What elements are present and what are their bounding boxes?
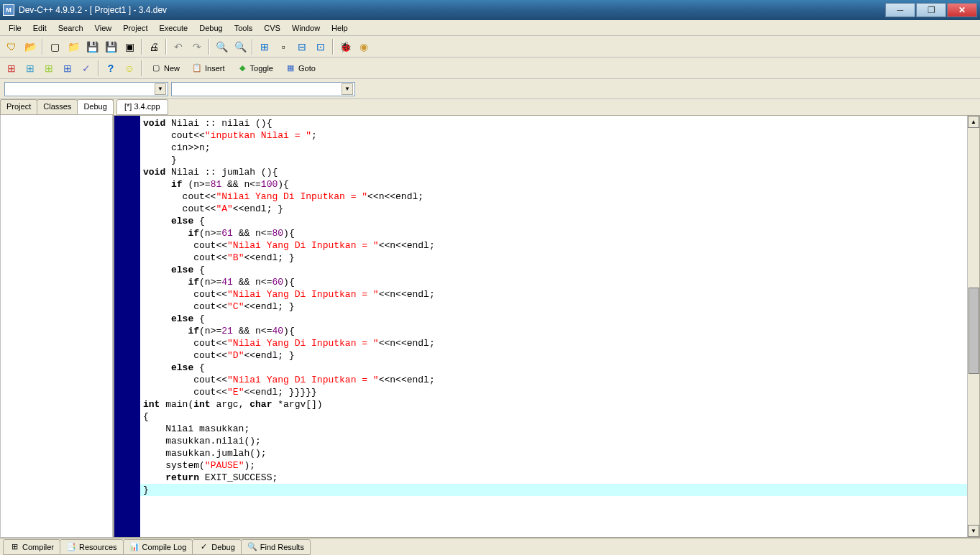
folder-icon[interactable]: 📂 [22,38,39,55]
menu-help[interactable]: Help [326,22,354,35]
code-line: cout<<"Nilai Yang Di Inputkan = "<<n<<en… [140,239,967,252]
close-button[interactable]: ✕ [947,3,977,17]
code-line: cout<<"Nilai Yang Di Inputkan = "<<n<<en… [140,191,967,203]
status-tab-compile-log[interactable]: 📊Compile Log [123,539,193,555]
code-line: system("PAUSE"); [140,459,967,472]
find-next-icon[interactable]: 🔍 [232,38,249,55]
sidebar-tabs: ProjectClassesDebug [0,99,113,115]
code-line: masukkan.jumlah(); [140,447,967,459]
code-line: if (n>=81 && n<=100){ [140,178,967,191]
combo-left[interactable]: ▼ [4,82,168,96]
status-tabs: ⊞Compiler📑Resources📊Compile Log✓Debug🔍Fi… [0,538,980,555]
insert-button[interactable]: 📋Insert [186,60,230,76]
run-icon[interactable]: ▫ [275,38,292,55]
code-line: void Nilai :: jumlah (){ [140,166,967,178]
status-tab-find-results[interactable]: 🔍Find Results [241,539,311,555]
scroll-down-icon[interactable]: ▼ [968,525,979,537]
redo-icon[interactable]: ↷ [188,38,206,55]
status-tab-compiler[interactable]: ⊞Compiler [3,539,60,555]
menu-execute[interactable]: Execute [153,22,193,35]
status-tab-debug[interactable]: ✓Debug [192,539,241,555]
debug-icon[interactable]: 🐞 [336,38,354,55]
code-line: else { [140,264,967,276]
undo-icon[interactable]: ↶ [170,38,187,55]
close-file-icon[interactable]: ▣ [121,38,138,55]
code-line: cout<<"Nilai Yang Di Inputkan = "<<n<<en… [140,374,967,386]
grid3-icon[interactable]: ⊞ [40,60,58,77]
open-icon[interactable]: 📁 [65,38,82,55]
debug-icon: ✓ [198,542,209,552]
grid2-icon[interactable]: ⊞ [22,60,39,77]
menu-file[interactable]: File [3,22,27,35]
separator [98,60,99,76]
line-gutter [114,116,140,537]
menu-search[interactable]: Search [52,22,89,35]
sidebar-tab-classes[interactable]: Classes [37,99,78,114]
separator [332,39,334,55]
menu-window[interactable]: Window [286,22,326,35]
code-line: Nilai masukkan; [140,423,967,435]
status-tab-label: Find Results [260,543,304,551]
code-line: { [140,410,967,423]
grid4-icon[interactable]: ⊞ [59,60,76,77]
sidebar-tab-debug[interactable]: Debug [77,99,113,114]
goto-button[interactable]: ▦Goto [280,60,321,76]
menu-bar: FileEditSearchViewProjectExecuteDebugToo… [0,20,980,36]
code-line: masukkan.nilai(); [140,435,967,447]
menu-view[interactable]: View [89,22,118,35]
menu-edit[interactable]: Edit [27,22,52,35]
profile-icon[interactable]: ◉ [355,38,372,55]
window-controls: ─ ❐ ✕ [885,3,977,17]
sidebar-tab-project[interactable]: Project [0,99,37,114]
new-button[interactable]: ▢New [145,60,185,76]
menu-debug[interactable]: Debug [193,22,228,35]
combo-right[interactable]: ▼ [171,82,355,96]
code-line: cout<<"inputkan Nilai = "; [140,129,967,142]
sidebar: ProjectClassesDebug [0,99,114,538]
code-editor[interactable]: void Nilai :: nilai (){ cout<<"inputkan … [140,116,967,537]
sidebar-body [0,115,113,538]
menu-project[interactable]: Project [117,22,153,35]
menu-tools[interactable]: Tools [229,22,259,35]
check-icon[interactable]: ✓ [78,60,95,77]
compile-icon[interactable]: ⊞ [256,38,273,55]
code-line: cout<<"D"<<endl; } [140,349,967,362]
maximize-button[interactable]: ❐ [916,3,946,17]
save-all-icon[interactable]: 💾 [102,38,119,55]
compiler-icon: ⊞ [9,542,19,552]
resources-icon: 📑 [66,542,76,552]
code-line: cout<<"C"<<endl; } [140,301,967,313]
editor-area: [*] 3.4.cpp void Nilai :: nilai (){ cout… [114,99,980,538]
code-line: cout<<"Nilai Yang Di Inputkan = "<<n<<en… [140,337,967,349]
code-line: int main(int argc, char *argv[]) [140,398,967,410]
save-icon[interactable]: 💾 [83,38,101,55]
code-line: else { [140,362,967,374]
status-tab-resources[interactable]: 📑Resources [60,539,124,555]
scroll-up-icon[interactable]: ▲ [968,116,979,128]
separator [42,39,43,55]
status-tab-label: Debug [211,543,234,551]
minimize-button[interactable]: ─ [885,3,915,17]
separator [252,39,253,55]
scroll-thumb[interactable] [968,288,979,374]
compile-run-icon[interactable]: ⊟ [293,38,311,55]
new-file-icon[interactable]: ▢ [46,38,63,55]
grid1-icon[interactable]: ⊞ [3,60,20,77]
code-line: cout<<"E"<<endl; }}}}} [140,386,967,398]
toggle-button[interactable]: ◆Toggle [232,60,278,76]
editor-tab[interactable]: [*] 3.4.cpp [116,99,168,115]
status-tab-label: Compiler [22,543,54,551]
rebuild-icon[interactable]: ⊡ [312,38,329,55]
title-bar: M Dev-C++ 4.9.9.2 - [ Project1 ] - 3.4.d… [0,0,980,20]
app-icon: M [3,4,14,16]
find-icon[interactable]: 🔍 [213,38,230,55]
shield-icon[interactable]: 🛡 [3,38,20,55]
vertical-scrollbar[interactable]: ▲ ▼ [967,116,979,537]
print-icon[interactable]: 🖨 [145,38,162,55]
separator [141,60,142,76]
chevron-down-icon: ▼ [155,83,166,95]
menu-cvs[interactable]: CVS [258,22,286,35]
code-line: cin>>n; [140,142,967,154]
about-icon[interactable]: ☺ [121,60,138,77]
help-icon[interactable]: ? [102,60,119,77]
